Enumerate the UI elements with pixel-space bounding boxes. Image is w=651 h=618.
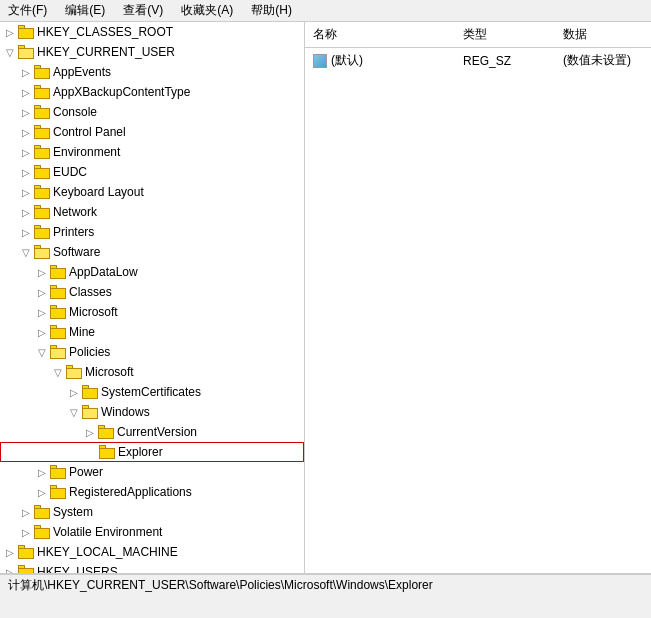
tree-node-appevents[interactable]: ▷ AppEvents — [0, 62, 304, 82]
expand-keyboardlayout[interactable]: ▷ — [18, 184, 34, 200]
tree-node-microsoft[interactable]: ▷ Microsoft — [0, 302, 304, 322]
tree-node-network[interactable]: ▷ Network — [0, 202, 304, 222]
expand-currentversion[interactable]: ▷ — [82, 424, 98, 440]
expand-system[interactable]: ▷ — [18, 504, 34, 520]
tree-scroll[interactable]: ▷ HKEY_CLASSES_ROOT ▽ HKEY_CURRENT_USER … — [0, 22, 304, 573]
menu-bar: 文件(F) 编辑(E) 查看(V) 收藏夹(A) 帮助(H) — [0, 0, 651, 22]
node-label-windows: Windows — [101, 405, 150, 419]
expand-windows[interactable]: ▽ — [66, 404, 82, 420]
expand-hku[interactable]: ▷ — [2, 564, 18, 573]
expand-software[interactable]: ▽ — [18, 244, 34, 260]
tree-node-currentversion[interactable]: ▷ CurrentVersion — [0, 422, 304, 442]
expand-controlpanel[interactable]: ▷ — [18, 124, 34, 140]
menu-favorites[interactable]: 收藏夹(A) — [177, 0, 237, 21]
expand-mine[interactable]: ▷ — [34, 324, 50, 340]
node-label-keyboardlayout: Keyboard Layout — [53, 185, 144, 199]
tree-node-hkcu[interactable]: ▽ HKEY_CURRENT_USER — [0, 42, 304, 62]
folder-icon-volatileenv — [34, 525, 50, 539]
expand-power[interactable]: ▷ — [34, 464, 50, 480]
node-label-environment: Environment — [53, 145, 120, 159]
expand-console[interactable]: ▷ — [18, 104, 34, 120]
folder-icon-printers — [34, 225, 50, 239]
expand-hkcu[interactable]: ▽ — [2, 44, 18, 60]
expand-appdatalow[interactable]: ▷ — [34, 264, 50, 280]
expand-systemcerts[interactable]: ▷ — [66, 384, 82, 400]
folder-icon-hku — [18, 565, 34, 573]
menu-edit[interactable]: 编辑(E) — [61, 0, 109, 21]
tree-node-software[interactable]: ▽ Software — [0, 242, 304, 262]
node-label-mine: Mine — [69, 325, 95, 339]
tree-node-console[interactable]: ▷ Console — [0, 102, 304, 122]
menu-view[interactable]: 查看(V) — [119, 0, 167, 21]
folder-icon-policies — [50, 345, 66, 359]
node-label-microsoft: Microsoft — [69, 305, 118, 319]
folder-icon-mine — [50, 325, 66, 339]
expand-policies[interactable]: ▽ — [34, 344, 50, 360]
tree-node-windows[interactable]: ▽ Windows — [0, 402, 304, 422]
folder-icon-appxbackup — [34, 85, 50, 99]
folder-icon-classes — [50, 285, 66, 299]
expand-eudc[interactable]: ▷ — [18, 164, 34, 180]
folder-icon-console — [34, 105, 50, 119]
folder-icon-windows — [82, 405, 98, 419]
tree-node-environment[interactable]: ▷ Environment — [0, 142, 304, 162]
tree-node-policies-microsoft[interactable]: ▽ Microsoft — [0, 362, 304, 382]
right-content: (默认) REG_SZ (数值未设置) — [305, 48, 651, 573]
tree-node-printers[interactable]: ▷ Printers — [0, 222, 304, 242]
menu-help[interactable]: 帮助(H) — [247, 0, 296, 21]
expand-volatileenv[interactable]: ▷ — [18, 524, 34, 540]
node-label-appevents: AppEvents — [53, 65, 111, 79]
folder-icon-keyboardlayout — [34, 185, 50, 199]
tree-node-appdatalow[interactable]: ▷ AppDataLow — [0, 262, 304, 282]
node-label-system: System — [53, 505, 93, 519]
tree-node-explorer[interactable]: ▷ Explorer — [0, 442, 304, 462]
value-icon — [313, 54, 327, 68]
folder-icon-network — [34, 205, 50, 219]
tree-node-keyboardlayout[interactable]: ▷ Keyboard Layout — [0, 182, 304, 202]
expand-microsoft[interactable]: ▷ — [34, 304, 50, 320]
node-label-controlpanel: Control Panel — [53, 125, 126, 139]
folder-icon-power — [50, 465, 66, 479]
tree-node-hklm[interactable]: ▷ HKEY_LOCAL_MACHINE — [0, 542, 304, 562]
node-label-policies-microsoft: Microsoft — [85, 365, 134, 379]
tree-node-appxbackup[interactable]: ▷ AppXBackupContentType — [0, 82, 304, 102]
tree-node-hku[interactable]: ▷ HKEY_USERS — [0, 562, 304, 573]
table-row[interactable]: (默认) REG_SZ (数值未设置) — [305, 48, 651, 73]
node-label-printers: Printers — [53, 225, 94, 239]
folder-icon-hkcr — [18, 25, 34, 39]
node-label-classes: Classes — [69, 285, 112, 299]
folder-icon-controlpanel — [34, 125, 50, 139]
tree-node-system[interactable]: ▷ System — [0, 502, 304, 522]
folder-icon-explorer — [99, 445, 115, 459]
tree-pane: ▷ HKEY_CLASSES_ROOT ▽ HKEY_CURRENT_USER … — [0, 22, 305, 573]
tree-node-classes[interactable]: ▷ Classes — [0, 282, 304, 302]
node-label-registeredapps: RegisteredApplications — [69, 485, 192, 499]
tree-node-eudc[interactable]: ▷ EUDC — [0, 162, 304, 182]
expand-appevents[interactable]: ▷ — [18, 64, 34, 80]
tree-node-registeredapps[interactable]: ▷ RegisteredApplications — [0, 482, 304, 502]
expand-hkcr[interactable]: ▷ — [2, 24, 18, 40]
tree-node-controlpanel[interactable]: ▷ Control Panel — [0, 122, 304, 142]
folder-icon-hklm — [18, 545, 34, 559]
tree-node-hkcr[interactable]: ▷ HKEY_CLASSES_ROOT — [0, 22, 304, 42]
tree-node-power[interactable]: ▷ Power — [0, 462, 304, 482]
tree-node-volatileenv[interactable]: ▷ Volatile Environment — [0, 522, 304, 542]
tree-node-mine[interactable]: ▷ Mine — [0, 322, 304, 342]
expand-printers[interactable]: ▷ — [18, 224, 34, 240]
menu-file[interactable]: 文件(F) — [4, 0, 51, 21]
row-data: (数值未设置) — [559, 50, 651, 71]
expand-appxbackup[interactable]: ▷ — [18, 84, 34, 100]
node-label-hkcr: HKEY_CLASSES_ROOT — [37, 25, 173, 39]
expand-network[interactable]: ▷ — [18, 204, 34, 220]
expand-policies-microsoft[interactable]: ▽ — [50, 364, 66, 380]
node-label-hkcu: HKEY_CURRENT_USER — [37, 45, 175, 59]
expand-environment[interactable]: ▷ — [18, 144, 34, 160]
tree-node-systemcerts[interactable]: ▷ SystemCertificates — [0, 382, 304, 402]
expand-registeredapps[interactable]: ▷ — [34, 484, 50, 500]
row-name: (默认) — [309, 50, 459, 71]
tree-node-policies[interactable]: ▽ Policies — [0, 342, 304, 362]
expand-hklm[interactable]: ▷ — [2, 544, 18, 560]
main-container: ▷ HKEY_CLASSES_ROOT ▽ HKEY_CURRENT_USER … — [0, 22, 651, 574]
folder-icon-system — [34, 505, 50, 519]
expand-classes[interactable]: ▷ — [34, 284, 50, 300]
